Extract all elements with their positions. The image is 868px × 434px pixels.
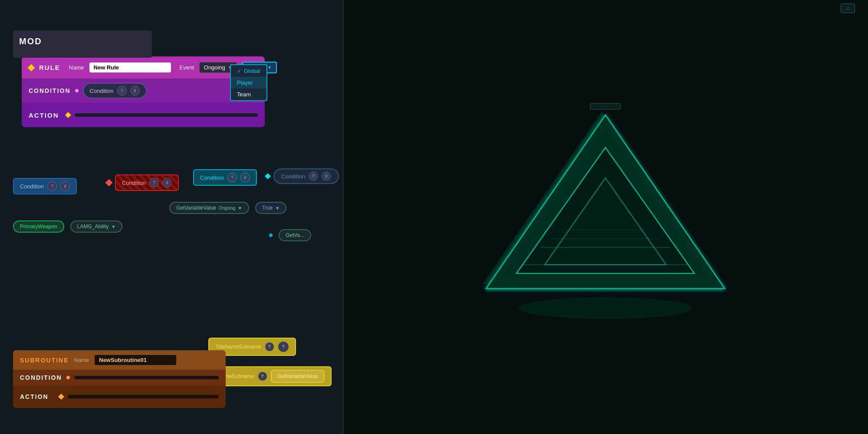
condition-red-diamond-icon — [105, 179, 113, 187]
action-label: ACTION — [29, 112, 59, 119]
title-question-2: ? — [258, 372, 267, 381]
condition-node-3: Condition ? # — [193, 169, 257, 186]
rule-header: RULE Name Event Ongoing ▼ Global ▼ — [22, 56, 265, 79]
sub-condition-dot — [66, 376, 70, 379]
condition-block-dark[interactable]: Condition ? # — [273, 168, 339, 184]
sub-action-diamond-icon — [58, 394, 64, 400]
cond-hash-3: # — [240, 173, 250, 182]
get-variable-value-block[interactable]: GetVariableValue — [271, 370, 325, 383]
weapon-row: PrimaryWeapon LAMG_Ability ▼ — [13, 220, 122, 233]
rule-name-input[interactable] — [89, 62, 171, 72]
getvar-dot — [269, 233, 273, 237]
true-arrow-icon: ▼ — [275, 206, 279, 210]
true-text: True — [262, 205, 273, 211]
condition-red-text: Condition — [122, 180, 146, 186]
condition-text: Condition — [90, 88, 114, 94]
true-dropdown[interactable]: True ▼ — [255, 202, 286, 214]
condition-dark-text: Condition — [281, 173, 305, 180]
check-icon: ✓ — [237, 68, 241, 74]
condition-node-2: Condition ? # — [106, 174, 179, 191]
condition-dark-diamond-icon — [265, 173, 271, 179]
get-variable-dropdown[interactable]: GetVariableValue Ongoing ▼ — [169, 202, 249, 214]
subroutine-condition: CONDITION — [13, 370, 226, 385]
middle-row-1: GetVariableValue Ongoing ▼ True ▼ — [169, 202, 286, 214]
cond-question-2: ? — [149, 178, 159, 187]
dropdown-global-label: Global — [244, 68, 260, 74]
dropdown-item-team[interactable]: Team — [231, 89, 266, 100]
ongoing-text: Ongoing — [219, 206, 235, 210]
condition-blue-text: Condition — [20, 183, 44, 190]
getvar-row: GetVa... — [269, 229, 311, 241]
get-variable-value-text: GetVariableValue — [278, 373, 318, 379]
subroutine-label: SUBROUTINE — [20, 357, 69, 364]
condition-hash-icon: # — [130, 86, 140, 95]
cond-question-4: ? — [309, 171, 318, 181]
cond-hash-1: # — [60, 181, 70, 191]
scope-arrow-icon: ▼ — [267, 65, 272, 70]
dropdown-item-player[interactable]: Player — [231, 77, 266, 89]
subroutine-name-input[interactable] — [94, 355, 177, 365]
rule-diamond-icon — [28, 64, 35, 71]
condition-block-red[interactable]: Condition ? # — [115, 174, 179, 191]
get-variable-text: GetVariableValue — [176, 205, 216, 211]
action-diamond-icon — [65, 112, 71, 118]
scope-dropdown-menu: ✓ Global Player Team — [230, 64, 267, 101]
svg-rect-15 — [590, 103, 621, 109]
title-question-circle: ? — [278, 341, 289, 352]
mod-title: MOD — [19, 36, 146, 46]
condition-label: CONDITION — [29, 87, 71, 94]
condition-block-blue[interactable]: Condition ? # — [13, 178, 77, 194]
condition-node-4: Condition ? # — [266, 168, 339, 184]
cond-question-1: ? — [47, 181, 57, 191]
svg-point-4 — [519, 297, 692, 319]
rule-label: RULE — [39, 64, 60, 71]
cond-question-3: ? — [227, 173, 237, 182]
condition-section: CONDITION Condition ? # — [22, 79, 265, 103]
title-question-1: ? — [265, 342, 274, 352]
subroutine-action: ACTION — [13, 385, 226, 408]
primary-weapon-label: PrimaryWeapon — [13, 220, 64, 233]
subroutine-header: SUBROUTINE Name — [13, 350, 226, 370]
title-name-1-text: TitleNameSubname — [215, 344, 261, 350]
condition-block-cyan[interactable]: Condition ? # — [193, 169, 257, 186]
sub-action-label: ACTION — [20, 393, 55, 400]
dropdown-item-global[interactable]: ✓ Global — [231, 65, 266, 77]
condition-cyan-text: Condition — [200, 174, 224, 181]
cond-hash-4: # — [322, 171, 331, 181]
cond-hash-2: # — [162, 178, 172, 187]
weapon-value-text: LAMG_Ability — [77, 224, 109, 230]
event-value: Ongoing — [204, 64, 225, 71]
top-right-element: □ — [841, 3, 855, 13]
mod-block: MOD — [13, 30, 152, 58]
rule-name-label: Name — [69, 64, 84, 71]
sub-condition-label: CONDITION — [20, 374, 62, 381]
weapon-text: PrimaryWeapon — [20, 224, 57, 230]
condition-question-icon: ? — [117, 86, 127, 95]
getvar-arrow-icon: ▼ — [238, 206, 242, 210]
sub-action-line — [68, 395, 219, 398]
right-panel: □ — [343, 0, 868, 434]
subroutine-block: SUBROUTINE Name CONDITION ACTION — [13, 350, 226, 408]
panel-divider — [343, 0, 344, 434]
dropdown-team-label: Team — [237, 91, 251, 98]
event-label: Event — [180, 64, 194, 71]
weapon-value-dropdown[interactable]: LAMG_Ability ▼ — [70, 220, 123, 233]
logo-svg — [480, 91, 731, 343]
dropdown-player-label: Player — [237, 79, 253, 86]
left-panel: MOD RULE Name Event Ongoing ▼ Global ▼ C… — [0, 0, 343, 434]
corner-icon: □ — [846, 6, 849, 11]
weapon-arrow-icon: ▼ — [112, 224, 116, 229]
subroutine-name-label: Name — [74, 357, 89, 363]
condition-dot — [75, 89, 79, 92]
sub-condition-line — [74, 376, 219, 379]
getvar2-label[interactable]: GetVa... — [279, 229, 311, 241]
action-section: ACTION — [22, 103, 265, 127]
action-line — [75, 113, 258, 117]
condition-block[interactable]: Condition ? # — [83, 83, 147, 99]
getvar2-text: GetVa... — [286, 232, 304, 238]
condition-node-1: Condition ? # — [13, 178, 77, 194]
rule-block: RULE Name Event Ongoing ▼ Global ▼ CONDI… — [22, 56, 265, 127]
